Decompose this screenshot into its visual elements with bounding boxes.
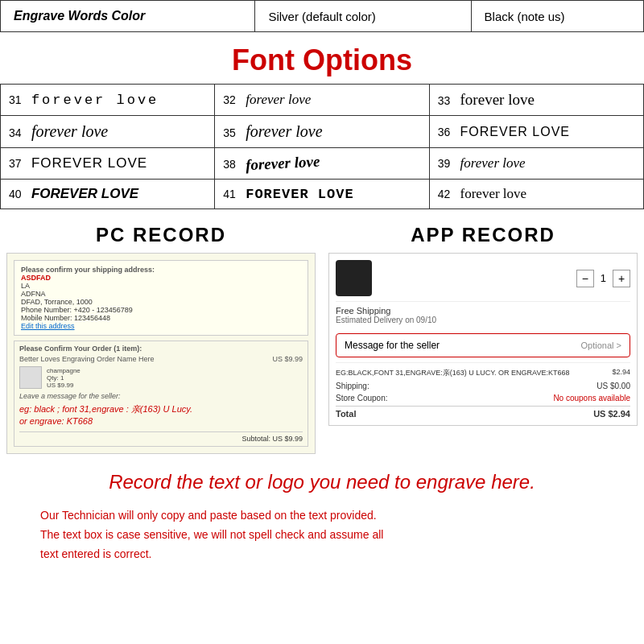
bottom-sub-line3: text entered is correct. xyxy=(40,545,604,564)
app-total-value: US $2.94 xyxy=(593,409,630,419)
app-product-row: − 1 + xyxy=(336,260,630,296)
app-subtotal-note-row: EG:BLACK,FONT 31,ENGRAVE:亲(163) U LUCY. … xyxy=(336,366,630,380)
pc-item-detail-line1: champagne xyxy=(47,367,80,374)
color-option-silver: Silver (default color) xyxy=(255,1,471,32)
font-cell-36: 36 FOREVER LOVE xyxy=(429,116,643,148)
pc-address-phone: Phone Number: +420 - 123456789 xyxy=(21,306,301,314)
font-num-35: 35 xyxy=(223,126,237,139)
pc-note-line2: or engrave: KT668 xyxy=(19,416,93,426)
pc-confirm-label: Please Confirm Your Order (1 item): xyxy=(19,345,303,353)
app-shipping-cost-label: Shipping: xyxy=(336,382,369,390)
font-cell-35: 35 forever love xyxy=(215,116,429,148)
font-sample-36: FOREVER LOVE xyxy=(460,125,570,139)
pc-confirm-box: Please Confirm Your Order (1 item): Bett… xyxy=(14,341,308,447)
font-sample-33: forever love xyxy=(460,91,535,109)
pc-record-title: PC RECORD xyxy=(6,224,316,246)
app-shipping-row: Free Shipping Estimated Delivery on 09/1… xyxy=(336,301,630,328)
font-sample-34: forever love xyxy=(31,122,108,141)
font-num-31: 31 xyxy=(9,93,23,106)
app-subtotal-rows: EG:BLACK,FONT 31,ENGRAVE:亲(163) U LUCY. … xyxy=(336,362,630,419)
font-cell-38: 38 forever love xyxy=(215,148,429,180)
color-option-black: Black (note us) xyxy=(471,1,643,32)
font-cell-33: 33 forever love xyxy=(429,85,643,116)
app-record-title: APP RECORD xyxy=(328,224,638,246)
pc-leave-message-row: Leave a message for the seller: xyxy=(19,392,303,400)
bottom-main-text: Record the text or logo you need to engr… xyxy=(16,469,628,496)
app-product-image xyxy=(336,260,372,296)
app-message-box[interactable]: Message for the seller Optional > xyxy=(336,333,630,357)
bottom-sub-line1: Our Technician will only copy and paste … xyxy=(40,506,604,526)
app-total-row: Total US $2.94 xyxy=(336,406,630,419)
font-sample-40: FOREVER LOVE xyxy=(31,186,138,202)
pc-address-tag: ASDFAD xyxy=(21,274,301,282)
font-num-39: 39 xyxy=(438,157,452,170)
app-coupon-label: Store Coupon: xyxy=(336,394,388,402)
app-total-label: Total xyxy=(336,409,356,419)
font-cell-34: 34 forever love xyxy=(1,116,215,148)
pc-item-detail-price: US $9.99 xyxy=(47,382,80,389)
font-sample-35: forever love xyxy=(246,122,322,141)
pc-item-header: Better Loves Engraving Order Name Here U… xyxy=(19,355,303,363)
pc-record-box: Please confirm your shipping address: AS… xyxy=(6,253,316,454)
font-cell-42: 42 forever love xyxy=(429,180,643,209)
pc-address-tag-value: ASDFAD xyxy=(21,274,51,282)
pc-address-mobile: Mobile Number: 123456448 xyxy=(21,314,301,322)
font-num-36: 36 xyxy=(438,126,452,138)
font-cell-41: 41 FOREVER LOVE xyxy=(215,180,429,209)
pc-total-row: Subtotal: US $9.99 xyxy=(19,431,303,443)
pc-address-label: Please confirm your shipping address: xyxy=(21,266,301,274)
font-sample-37: FOREVER LOVE xyxy=(31,155,147,171)
app-qty-value: 1 xyxy=(601,272,606,284)
font-cell-39: 39 forever love xyxy=(429,148,643,180)
pc-subtotal-label: Subtotal: xyxy=(242,435,270,443)
bottom-text-section: Record the text or logo you need to engr… xyxy=(0,454,644,571)
app-subtotal-note: EG:BLACK,FONT 31,ENGRAVE:亲(163) U LUCY. … xyxy=(336,368,569,378)
font-num-33: 33 xyxy=(438,94,452,107)
app-shipping-label: Free Shipping xyxy=(336,306,630,316)
app-qty-plus-button[interactable]: + xyxy=(613,270,630,287)
app-delivery-label: Estimated Delivery on 09/10 xyxy=(336,316,630,324)
font-cell-31: 31 forever love xyxy=(1,85,215,116)
font-num-37: 37 xyxy=(9,157,23,170)
font-options-heading: Font Options xyxy=(0,32,644,84)
font-sample-42: forever love xyxy=(460,186,527,202)
pc-item-header-text: Better Loves Engraving Order Name Here xyxy=(19,355,155,363)
app-coupon-value: No coupons available xyxy=(553,394,630,402)
font-num-42: 42 xyxy=(438,188,452,200)
pc-subtotal-value: US $9.99 xyxy=(272,435,303,443)
bottom-sub-line2: The text box is case sensitive, we will … xyxy=(40,526,604,545)
pc-item-row: champagne Qty: 1 US $9.99 xyxy=(19,366,303,389)
font-cell-37: 37 FOREVER LOVE xyxy=(1,148,215,180)
color-table: Engrave Words Color Silver (default colo… xyxy=(0,0,644,32)
pc-item-thumbnail xyxy=(19,366,42,389)
app-subtotal-value: $2.94 xyxy=(612,368,630,378)
font-options-table: 31 forever love 32 forever love 33 forev… xyxy=(0,84,644,209)
app-coupon-row: Store Coupon: No coupons available xyxy=(336,392,630,404)
app-qty-minus-button[interactable]: − xyxy=(576,270,594,287)
font-num-40: 40 xyxy=(9,188,23,200)
app-qty-control: − 1 + xyxy=(576,270,630,287)
font-cell-32: 32 forever love xyxy=(215,85,429,116)
app-record-box: − 1 + Free Shipping Estimated Delivery o… xyxy=(328,253,638,426)
font-sample-39: forever love xyxy=(460,155,526,171)
font-sample-38: forever love xyxy=(246,153,320,175)
font-num-34: 34 xyxy=(9,126,23,139)
records-section: PC RECORD Please confirm your shipping a… xyxy=(0,224,644,454)
app-shipping-cost-row: Shipping: US $0.00 xyxy=(336,380,630,392)
pc-address-line2: ADFNA xyxy=(21,290,301,298)
app-optional-label: Optional > xyxy=(581,341,621,350)
pc-address-line3: DFAD, Torrance, 1000 xyxy=(21,298,301,306)
font-sample-31: forever love xyxy=(31,93,159,108)
font-row-1: 31 forever love 32 forever love 33 forev… xyxy=(1,85,644,116)
font-row-4: 40 FOREVER LOVE 41 FOREVER LOVE 42 forev… xyxy=(1,180,644,209)
font-row-3: 37 FOREVER LOVE 38 forever love 39 forev… xyxy=(1,148,644,180)
pc-item-header-price: US $9.99 xyxy=(272,355,303,363)
app-record-col: APP RECORD − 1 + Free Shipping Estimated… xyxy=(328,224,638,454)
pc-item-detail: champagne Qty: 1 US $9.99 xyxy=(47,367,80,389)
font-num-41: 41 xyxy=(223,188,237,200)
pc-edit-address-link[interactable]: Edit this address xyxy=(21,322,301,330)
engrave-words-color-label: Engrave Words Color xyxy=(1,1,255,32)
pc-record-col: PC RECORD Please confirm your shipping a… xyxy=(6,224,316,454)
bottom-sub-text: Our Technician will only copy and paste … xyxy=(16,506,628,564)
pc-address-line1: LA xyxy=(21,282,301,290)
